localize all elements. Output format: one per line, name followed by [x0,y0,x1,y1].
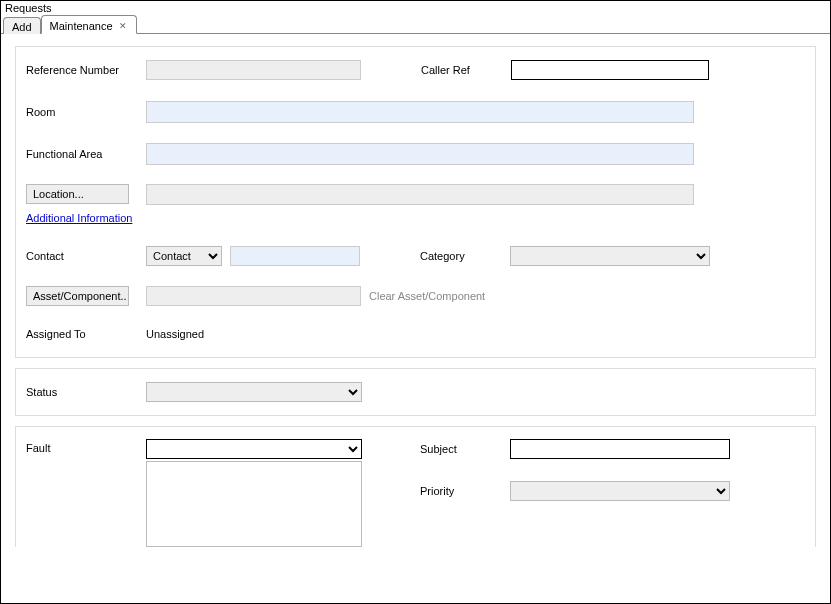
status-panel: Status [15,368,816,416]
subject-label: Subject [420,443,510,455]
clear-asset-link[interactable]: Clear Asset/Component [369,290,485,302]
room-label: Room [26,106,146,118]
fault-label: Fault [26,439,146,454]
contact-label: Contact [26,250,146,262]
tab-add-label: Add [12,21,32,33]
assigned-to-label: Assigned To [26,328,146,340]
priority-select[interactable] [510,481,730,501]
tab-maintenance-label: Maintenance [50,20,113,32]
close-icon[interactable]: ✕ [118,21,128,31]
tab-maintenance[interactable]: Maintenance ✕ [41,15,137,34]
subject-input[interactable] [510,439,730,459]
contact-input[interactable] [230,246,360,266]
reference-number-input[interactable] [146,60,361,80]
status-label: Status [26,386,146,398]
category-select[interactable] [510,246,710,266]
functional-area-input[interactable] [146,143,694,165]
functional-area-label: Functional Area [26,148,146,160]
reference-number-label: Reference Number [26,64,146,76]
fault-select[interactable] [146,439,362,459]
form-content: Reference Number Caller Ref Room Functio… [1,34,830,569]
caller-ref-input[interactable] [511,60,709,80]
fault-panel: Fault Subject Priority [15,426,816,547]
status-select[interactable] [146,382,362,402]
additional-info-link[interactable]: Additional Information [26,212,132,224]
fault-description[interactable] [146,461,362,547]
priority-label: Priority [420,485,510,497]
asset-component-input[interactable] [146,286,361,306]
details-panel: Reference Number Caller Ref Room Functio… [15,46,816,358]
requests-window: Requests Add Maintenance ✕ Reference Num… [0,0,831,604]
tab-strip: Add Maintenance ✕ [1,14,830,34]
room-input[interactable] [146,101,694,123]
tab-add[interactable]: Add [3,17,41,34]
asset-component-button[interactable]: Asset/Component.. [26,286,129,306]
location-button[interactable]: Location... [26,184,129,204]
caller-ref-label: Caller Ref [421,64,511,76]
assigned-to-value: Unassigned [146,328,204,340]
location-input[interactable] [146,184,694,205]
category-label: Category [420,250,510,262]
window-title: Requests [1,1,830,14]
contact-type-select[interactable]: Contact [146,246,222,266]
